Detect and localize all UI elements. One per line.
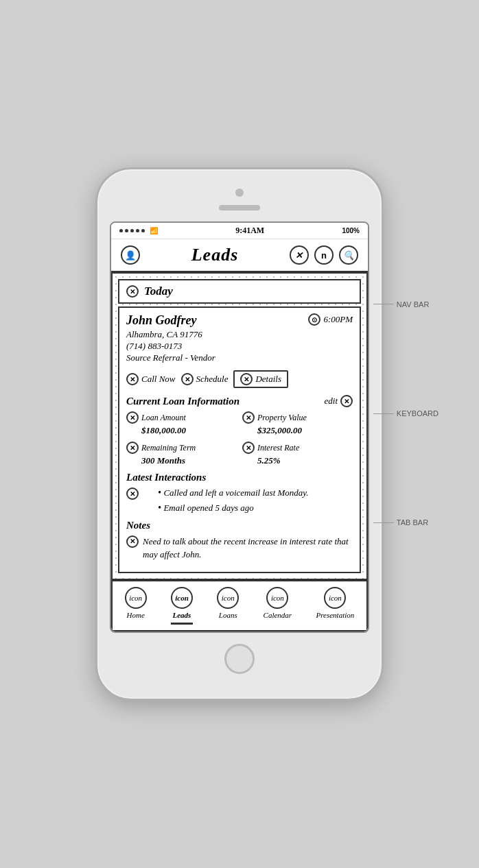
property-value-value: $325,000.00: [257, 425, 353, 436]
today-icon: ✕: [126, 285, 139, 298]
lead-time-value: 6:00PM: [323, 314, 353, 325]
remaining-term-value: 300 Months: [141, 455, 237, 466]
status-bar: 📶 9:41AM 100%: [111, 223, 368, 239]
property-icon: ✕: [242, 411, 255, 424]
notes-text-container: ✕ Need to talk about the recent increase…: [126, 535, 353, 560]
lead-address: Alhambra, CA 91776: [126, 329, 353, 340]
tab-presentation-icon: icon: [324, 587, 346, 609]
tab-bar-label: TAB BAR: [373, 518, 439, 527]
action-buttons: ✕ Call Now ✕ Schedule ✕ Details: [126, 370, 353, 388]
interaction-icon-1: ✕: [126, 487, 139, 500]
nav-bar: 👤 Leads ✕ n 🔍: [111, 239, 368, 272]
details-label: Details: [255, 374, 281, 385]
home-button[interactable]: [224, 644, 255, 674]
loan-edit-button[interactable]: edit ✕: [325, 395, 353, 407]
clock-icon: ⊙: [308, 313, 320, 326]
signal-indicator: 📶: [119, 227, 158, 234]
lead-name-row: John Godfrey ⊙ 6:00PM: [126, 313, 353, 328]
loan-amount-label: Loan Amount: [141, 413, 186, 423]
tab-home-label: Home: [127, 611, 145, 619]
x-icon: ✕: [295, 250, 303, 261]
tab-presentation-label: Presentation: [316, 611, 354, 619]
interest-rate-header: ✕ Interest Rate: [242, 442, 353, 454]
tab-loans[interactable]: icon Loans: [213, 586, 243, 626]
edit-icon: ✕: [340, 395, 353, 407]
search-button[interactable]: 🔍: [339, 245, 358, 265]
tab-bar-side-label: TAB BAR: [397, 518, 428, 527]
tab-calendar[interactable]: icon Calendar: [259, 586, 296, 626]
tab-bar: icon Home icon Leads icon Loans icon: [111, 580, 368, 631]
person-icon: 👤: [125, 250, 136, 261]
interaction-text-2: Email opened 5 days ago: [163, 503, 253, 513]
close-icon-button[interactable]: ✕: [290, 245, 309, 265]
lead-time: ⊙ 6:00PM: [308, 313, 353, 326]
property-value-item: ✕ Property Value $325,000.00: [242, 411, 353, 436]
interaction-bullet-1: • Called and left a voicemail last Monda…: [143, 487, 309, 498]
loan-section-title: Current Loan Information: [126, 396, 240, 407]
wifi-icon: 📶: [150, 227, 158, 234]
interaction-item-1: ✕ • Called and left a voicemail last Mon…: [126, 487, 353, 500]
loan-amount-value: $180,000.00: [141, 425, 237, 436]
remaining-term-header: ✕ Remaining Term: [126, 442, 237, 454]
loan-grid: ✕ Loan Amount $180,000.00 ✕ Property Val…: [126, 411, 353, 466]
lead-card: John Godfrey ⊙ 6:00PM Alhambra, CA 91776…: [118, 306, 361, 572]
tab-leads[interactable]: icon Leads: [167, 586, 197, 626]
call-now-button[interactable]: ✕ Call Now: [126, 373, 176, 385]
lead-phone: (714) 883-0173: [126, 341, 353, 352]
lead-name: John Godfrey: [126, 313, 197, 328]
phone-speaker: [219, 205, 260, 210]
status-time: 9:41AM: [235, 226, 264, 236]
loan-amount-item: ✕ Loan Amount $180,000.00: [126, 411, 237, 436]
tab-active-indicator: [171, 623, 193, 625]
tab-home[interactable]: icon Home: [121, 586, 151, 626]
notifications-button[interactable]: n: [314, 245, 334, 265]
loan-amount-icon: ✕: [126, 411, 139, 424]
tab-presentation[interactable]: icon Presentation: [312, 586, 358, 626]
term-icon: ✕: [126, 442, 139, 454]
today-label: Today: [144, 285, 173, 298]
tab-calendar-label: Calendar: [264, 611, 292, 619]
interactions-section: Latest Interactions ✕ • Called and left …: [126, 472, 353, 514]
details-icon: ✕: [240, 373, 253, 385]
notes-content: Need to talk about the recent increase i…: [143, 535, 353, 560]
rate-icon: ✕: [242, 442, 255, 454]
schedule-icon: ✕: [181, 373, 194, 385]
battery-indicator: 100%: [342, 227, 360, 234]
interest-rate-item: ✕ Interest Rate 5.25%: [242, 442, 353, 466]
content-area: ✕ Today John Godfrey ⊙ 6:00PM: [111, 272, 368, 579]
interest-rate-label: Interest Rate: [257, 443, 299, 453]
phone-screen: 📶 9:41AM 100% 👤 Leads ✕: [110, 221, 369, 632]
schedule-button[interactable]: ✕ Schedule: [181, 373, 229, 385]
tab-home-icon: icon: [125, 587, 147, 609]
phone-frame: 📶 9:41AM 100% 👤 Leads ✕: [95, 167, 384, 700]
today-header: ✕ Today: [118, 279, 361, 304]
interactions-header: Latest Interactions: [126, 472, 353, 483]
loan-section-header: Current Loan Information edit ✕: [126, 395, 353, 407]
interaction-item-2: • Email opened 5 days ago: [126, 503, 353, 514]
notification-icon: n: [321, 250, 327, 261]
tab-leads-label: Leads: [173, 611, 191, 619]
keyboard-side-label: KEYBOARD: [397, 409, 439, 418]
profile-button[interactable]: 👤: [121, 245, 140, 265]
interaction-bullet-2: • Email opened 5 days ago: [143, 503, 254, 514]
keyboard-label: KEYBOARD: [373, 409, 439, 418]
nav-actions: ✕ n 🔍: [290, 245, 358, 265]
phone-camera: [235, 189, 244, 197]
details-button[interactable]: ✕ Details: [233, 370, 288, 388]
notes-section: Notes ✕ Need to talk about the recent in…: [126, 519, 353, 560]
schedule-label: Schedule: [196, 374, 229, 385]
nav-bar-label: NAV BAR: [373, 300, 439, 309]
property-value-label: Property Value: [257, 413, 307, 423]
interest-rate-value: 5.25%: [257, 455, 353, 466]
remaining-term-label: Remaining Term: [141, 443, 196, 453]
search-icon: 🔍: [343, 250, 354, 261]
notes-icon: ✕: [126, 535, 139, 548]
loan-amount-header: ✕ Loan Amount: [126, 411, 237, 424]
property-value-header: ✕ Property Value: [242, 411, 353, 424]
call-now-label: Call Now: [141, 374, 176, 385]
edit-label: edit: [325, 396, 338, 407]
tab-loans-label: Loans: [219, 611, 237, 619]
remaining-term-item: ✕ Remaining Term 300 Months: [126, 442, 237, 466]
tab-calendar-icon: icon: [266, 587, 288, 609]
nav-title: Leads: [191, 245, 239, 265]
